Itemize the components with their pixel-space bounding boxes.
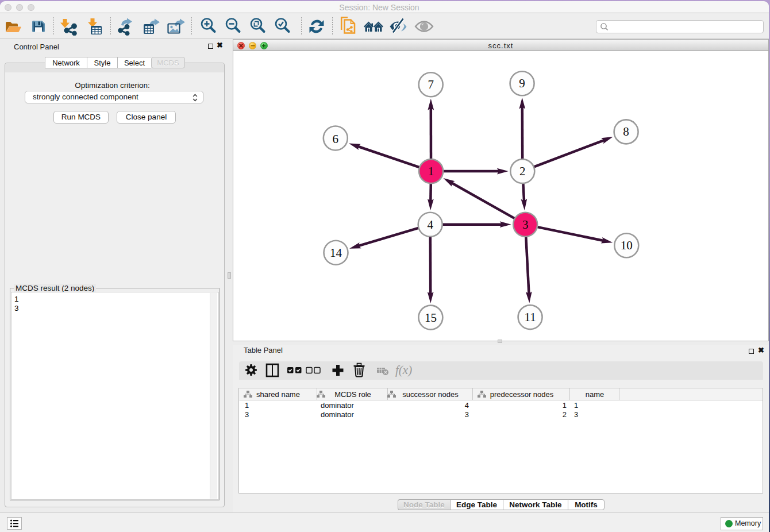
svg-text:shared name: shared name (256, 390, 300, 399)
svg-text:1: 1 (428, 164, 434, 178)
svg-text:10: 10 (621, 238, 633, 252)
svg-text:7: 7 (428, 78, 434, 91)
svg-text:MCDS role: MCDS role (334, 390, 371, 399)
svg-text:successor nodes: successor nodes (402, 390, 459, 399)
svg-text:6: 6 (333, 132, 339, 146)
svg-text:15: 15 (425, 311, 437, 325)
svg-text:predecessor nodes: predecessor nodes (490, 390, 554, 399)
svg-text:14: 14 (330, 246, 342, 260)
svg-text:name: name (586, 390, 605, 399)
svg-text:4: 4 (427, 218, 433, 232)
svg-text:2: 2 (519, 164, 526, 178)
svg-text:9: 9 (519, 76, 525, 90)
svg-text:11: 11 (524, 310, 536, 324)
svg-text:3: 3 (522, 218, 529, 232)
svg-text:8: 8 (623, 125, 629, 138)
svg-text:f(x): f(x) (395, 363, 412, 377)
